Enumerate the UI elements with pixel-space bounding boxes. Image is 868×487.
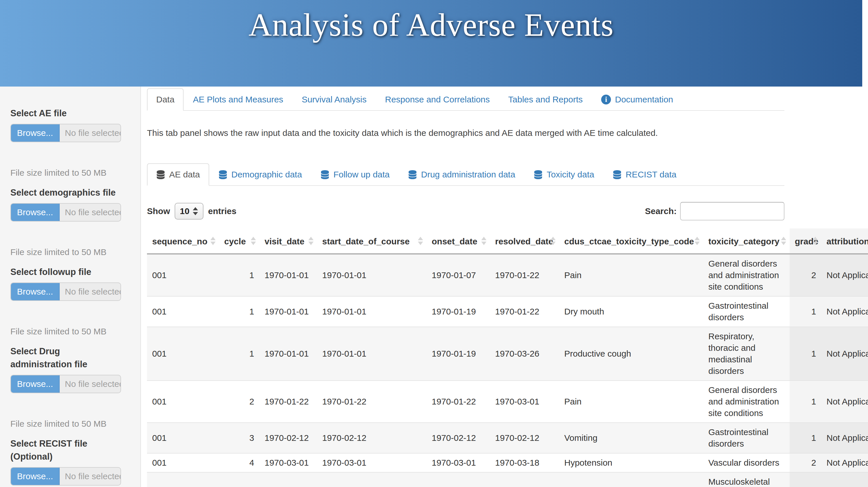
cell-visit_date: 1970-01-01 bbox=[259, 296, 317, 327]
cell-onset_date: 1970-02-12 bbox=[427, 423, 490, 453]
column-header-cdus_ctcae_toxicity_type_code[interactable]: cdus_ctcae_toxicity_type_code bbox=[559, 229, 703, 254]
entries-label: entries bbox=[208, 206, 236, 216]
database-icon bbox=[320, 170, 330, 179]
column-header-toxicity_category[interactable]: toxicity_category bbox=[703, 229, 789, 254]
column-header-sequence_no[interactable]: sequence_no bbox=[147, 229, 219, 254]
browse-button[interactable]: Browse... bbox=[11, 204, 60, 221]
column-label: cdus_ctcae_toxicity_type_code bbox=[564, 236, 694, 246]
cell-cdus_ctcae_toxicity_type_code: Dry mouth bbox=[559, 296, 703, 327]
cell-attribution: Not Applicable bbox=[821, 296, 868, 327]
column-label: resolved_date bbox=[495, 236, 553, 246]
cell-start_date_of_course bbox=[317, 472, 427, 487]
cell-resolved_date: 1970-03-26 bbox=[490, 327, 559, 380]
subtab-ae-data[interactable]: AE data bbox=[147, 163, 209, 186]
browse-button[interactable]: Browse... bbox=[11, 283, 60, 300]
file-input-0: Browse...No file selected bbox=[10, 124, 121, 142]
browse-button[interactable]: Browse... bbox=[11, 124, 60, 142]
data-subtab-bar: AE data Demographic data Follow up data … bbox=[147, 163, 784, 186]
cell-visit_date: 1970-03-01 bbox=[259, 453, 317, 472]
database-icon bbox=[534, 170, 542, 179]
column-header-attribution[interactable]: attribution bbox=[821, 229, 868, 254]
search-control: Search: bbox=[645, 202, 784, 221]
cell-attribution: Not Applicable bbox=[821, 453, 868, 472]
column-header-start_date_of_course[interactable]: start_date_of_course bbox=[317, 229, 427, 254]
file-status-text: No file selected bbox=[60, 204, 120, 221]
main-tab-bar: DataAE Plots and MeasuresSurvival Analys… bbox=[147, 88, 784, 111]
tab-data[interactable]: Data bbox=[147, 88, 184, 111]
tab-label: Tables and Reports bbox=[508, 94, 583, 105]
tab-label: Demographic data bbox=[231, 169, 302, 180]
tab-response-and-correlations[interactable]: Response and Correlations bbox=[376, 88, 499, 111]
table-header-row: sequence_nocyclevisit_datestart_date_of_… bbox=[147, 229, 868, 254]
file-size-note: File size limited to 50 MB bbox=[10, 326, 132, 337]
cell-onset_date: 1970-01-22 bbox=[427, 380, 490, 423]
cell-attribution: Not Applicable bbox=[821, 423, 868, 453]
cell-cdus_ctcae_toxicity_type_code: Hypotension bbox=[559, 453, 703, 472]
tab-label: Drug administration data bbox=[421, 169, 515, 180]
cell-grade: 2 bbox=[789, 254, 821, 296]
subtab-recist-data[interactable]: RECIST data bbox=[603, 163, 686, 186]
column-header-visit_date[interactable]: visit_date bbox=[259, 229, 317, 254]
subtab-demographic-data[interactable]: Demographic data bbox=[209, 163, 311, 186]
table-row: 00111970-01-011970-01-011970-01-191970-0… bbox=[147, 327, 868, 380]
search-input[interactable] bbox=[680, 202, 784, 221]
column-label: onset_date bbox=[432, 236, 477, 246]
subtab-toxicity-data[interactable]: Toxicity data bbox=[525, 163, 603, 186]
column-header-cycle[interactable]: cycle bbox=[219, 229, 259, 254]
cell-cdus_ctcae_toxicity_type_code bbox=[559, 472, 703, 487]
cell-onset_date: 1970-01-07 bbox=[427, 254, 490, 296]
sort-icon bbox=[210, 237, 216, 245]
page-length-value: 10 bbox=[180, 206, 189, 216]
cell-toxicity_category: Vascular disorders bbox=[703, 453, 789, 472]
sort-icon bbox=[481, 237, 487, 245]
info-icon: i bbox=[601, 95, 611, 105]
tab-label: AE data bbox=[169, 169, 200, 180]
file-label: Select Drug administration file bbox=[10, 345, 117, 371]
tab-label: Follow up data bbox=[334, 169, 390, 180]
sort-icon bbox=[418, 237, 423, 245]
table-row: 00141970-03-011970-03-011970-03-011970-0… bbox=[147, 453, 868, 472]
file-status-text: No file selected bbox=[60, 124, 120, 142]
file-status-text: No file selected bbox=[60, 468, 120, 485]
cell-attribution: Not Applicable bbox=[821, 380, 868, 423]
column-header-grade[interactable]: grade bbox=[789, 229, 821, 254]
subtab-drug-administration-data[interactable]: Drug administration data bbox=[399, 163, 525, 186]
cell-cdus_ctcae_toxicity_type_code: Pain bbox=[559, 380, 703, 423]
cell-grade: 2 bbox=[789, 453, 821, 472]
column-header-onset_date[interactable]: onset_date bbox=[427, 229, 490, 254]
page-length-select[interactable]: 10 bbox=[175, 203, 204, 220]
table-row: Musculoskeletal and bbox=[147, 472, 868, 487]
cell-resolved_date: 1970-01-22 bbox=[490, 254, 559, 296]
table-controls: Show 10 entries Search: bbox=[147, 202, 784, 221]
tab-documentation[interactable]: iDocumentation bbox=[592, 88, 682, 111]
tab-label: Response and Correlations bbox=[385, 94, 490, 105]
cell-start_date_of_course: 1970-01-01 bbox=[317, 296, 427, 327]
tab-ae-plots-and-measures[interactable]: AE Plots and Measures bbox=[184, 88, 292, 111]
cell-toxicity_category: Gastrointestinal disorders bbox=[703, 423, 789, 453]
tab-survival-analysis[interactable]: Survival Analysis bbox=[292, 88, 376, 111]
cell-resolved_date bbox=[490, 472, 559, 487]
subtab-follow-up-data[interactable]: Follow up data bbox=[311, 163, 399, 186]
cell-cdus_ctcae_toxicity_type_code: Pain bbox=[559, 254, 703, 296]
cell-grade: 1 bbox=[789, 380, 821, 423]
browse-button[interactable]: Browse... bbox=[11, 375, 60, 393]
cell-toxicity_category: General disorders and administration sit… bbox=[703, 254, 789, 296]
cell-toxicity_category: Gastrointestinal disorders bbox=[703, 296, 789, 327]
stepper-icon bbox=[193, 207, 198, 215]
cell-attribution: Not Applicable bbox=[821, 327, 868, 380]
cell-resolved_date: 1970-03-18 bbox=[490, 453, 559, 472]
cell-visit_date: 1970-02-12 bbox=[259, 423, 317, 453]
cell-start_date_of_course: 1970-03-01 bbox=[317, 453, 427, 472]
browse-button[interactable]: Browse... bbox=[11, 468, 60, 485]
cell-attribution bbox=[821, 472, 868, 487]
tab-tables-and-reports[interactable]: Tables and Reports bbox=[499, 88, 592, 111]
column-header-resolved_date[interactable]: resolved_date bbox=[490, 229, 559, 254]
file-status-text: No file selected bbox=[60, 283, 120, 300]
cell-start_date_of_course: 1970-02-12 bbox=[317, 423, 427, 453]
sort-icon bbox=[551, 237, 556, 245]
column-label: start_date_of_course bbox=[322, 236, 409, 246]
file-size-note: File size limited to 50 MB bbox=[10, 167, 132, 179]
file-label: Select RECIST file (Optional) bbox=[10, 437, 117, 463]
cell-resolved_date: 1970-03-01 bbox=[490, 380, 559, 423]
main-content: DataAE Plots and MeasuresSurvival Analys… bbox=[141, 87, 868, 487]
